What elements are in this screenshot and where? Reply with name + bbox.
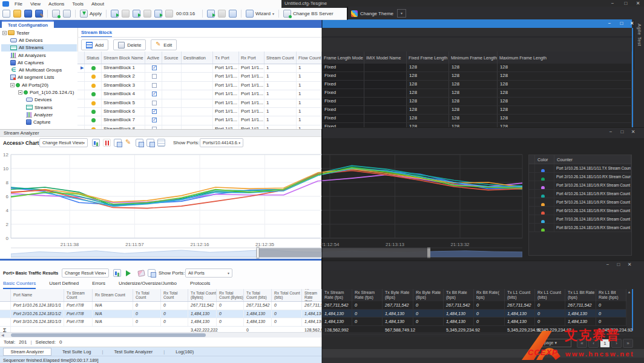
tree-item-all-devices[interactable]: All Devices	[1, 36, 77, 44]
agile-test-tab[interactable]: Agile Test	[634, 20, 644, 70]
edit-button[interactable]: Edit	[151, 39, 177, 50]
tab-protocols[interactable]: Protocols	[190, 281, 210, 289]
clear-icon[interactable]	[137, 270, 145, 277]
tree-item-analyzer[interactable]: Analyzer	[1, 111, 77, 118]
pause-icon[interactable]	[103, 139, 111, 147]
frame-table-row[interactable]: Fixed128128128	[322, 72, 632, 81]
active-checkbox[interactable]	[152, 92, 157, 96]
stream-block-row[interactable]: StreamBlock 5Port 1//1...Port 1//1...11	[77, 99, 322, 108]
ports-dropdown[interactable]: Ports//10.44143.6...▾	[200, 138, 243, 147]
scroll-left-icon[interactable]: ◀	[1, 333, 4, 338]
traffic-row[interactable]: Port 3//10.26.124.181/1/3Port //7/8N/A00…	[0, 318, 322, 327]
prev-page-button[interactable]: ‹	[588, 339, 599, 348]
range-handle[interactable]	[427, 247, 430, 258]
range-handle[interactable]	[257, 247, 259, 258]
tree-item-all-analyzers[interactable]: All Analyzers	[1, 52, 77, 59]
tab-errors[interactable]: Errors	[92, 281, 105, 289]
delete-button[interactable]: Delete	[113, 39, 146, 50]
stream-block-row[interactable]: StreamBlock 2Port 1//1...Port 1//1...11	[77, 73, 322, 81]
menu-about[interactable]: About	[91, 1, 104, 7]
result-views-dropdown[interactable]: Change Result Views▾	[39, 138, 88, 147]
menu-view[interactable]: View	[30, 1, 41, 7]
traffic-ports-dropdown[interactable]: All Ports▾	[185, 268, 232, 278]
tree-item-all-segment-lists[interactable]: All segment Lists	[1, 74, 77, 81]
panel-minimize-icon[interactable]: −	[606, 21, 613, 26]
tree-item-all-ports-20-[interactable]: All Ports(20)	[1, 81, 77, 88]
traffic-row[interactable]: Port 1//10.26.124.181/1/1Port //7/8N/A00…	[0, 302, 322, 310]
active-checkbox[interactable]	[152, 118, 157, 122]
active-checkbox[interactable]	[152, 101, 157, 105]
menu-tools[interactable]: Tools	[72, 1, 84, 7]
bottom-tab-log-160-[interactable]: Log(160)	[176, 349, 194, 355]
results-minimize-icon[interactable]: −	[604, 262, 611, 267]
expander-icon[interactable]	[10, 83, 15, 87]
export-icon[interactable]	[114, 139, 122, 147]
first-page-button[interactable]: «	[577, 339, 587, 348]
tree-item-capture[interactable]: Capture	[1, 119, 77, 126]
page-size-dropdown[interactable]: /page ▾	[540, 339, 571, 347]
results-restore-icon[interactable]: □	[615, 262, 622, 267]
panel-restore-icon[interactable]: □	[618, 21, 625, 26]
frame-table-row[interactable]: Fixed128128128	[322, 115, 632, 123]
frame-table-row[interactable]: Fixed128128128	[322, 81, 632, 89]
scroll-up-icon[interactable]: ▲	[626, 290, 632, 296]
chart-settings-icon[interactable]	[92, 139, 100, 147]
tab-usert-defined[interactable]: Usert Defined	[49, 281, 79, 289]
next-page-button[interactable]: ›	[611, 339, 622, 348]
add-button[interactable]: Add	[81, 39, 108, 50]
active-checkbox[interactable]	[152, 109, 157, 114]
active-checkbox[interactable]	[152, 74, 157, 79]
stream-block-row[interactable]: StreamBlock 3Port 1//1...Port 1//1...11	[77, 82, 322, 90]
analyzer-close-icon[interactable]: ✕	[629, 129, 637, 135]
bottom-tab-stream-analyzer[interactable]: Stream Analyzer	[3, 348, 51, 356]
rate-row[interactable]: 1,484,13001,484,13001,484,13001,484,1300…	[322, 318, 626, 326]
stream-block-row[interactable]: StreamBlock 6Port 1//1...Port 1//1...11	[77, 108, 322, 116]
traffic-export-icon[interactable]	[148, 269, 156, 277]
traffic-views-dropdown[interactable]: Change Result Views▾	[62, 268, 109, 278]
grid-view-icon[interactable]	[157, 139, 165, 147]
change-theme-button[interactable]: Change Theme	[351, 9, 393, 18]
last-page-button[interactable]: »	[623, 339, 633, 348]
stream-block-row[interactable]: StreamBlock 7Port 1//1...Port 1//1...11	[77, 116, 322, 125]
scrollbar-thumb[interactable]	[11, 333, 206, 337]
rate-row[interactable]: 267,711,5420267,711,5420267,711,5420267,…	[322, 301, 626, 310]
tree-item-streams[interactable]: Streams	[1, 104, 77, 111]
edit-icon[interactable]	[125, 139, 133, 147]
stream-block-row[interactable]: StreamBlock 4Port 1//1...Port 1//1...11	[77, 90, 322, 99]
rate-row[interactable]: 1,484,13001,484,13001,484,13001,484,1300…	[322, 310, 626, 318]
change-theme-dropdown[interactable]: ▾	[397, 9, 406, 18]
menu-file[interactable]: File	[15, 1, 22, 7]
stream-block-row[interactable]: ▶StreamBlock 1Port 1//1...Port 1//1...11	[77, 64, 322, 73]
copy-image-icon[interactable]	[146, 139, 154, 147]
tree-item-all-multicast-groups[interactable]: ∈All Multicast Groups	[1, 66, 77, 73]
play-icon[interactable]	[124, 269, 132, 277]
frame-table-row[interactable]: Fixed128128128	[322, 64, 632, 72]
window-close-icon[interactable]: ✕	[634, 1, 642, 6]
analyzer-minimize-icon[interactable]: −	[607, 129, 614, 135]
tree-item-devices[interactable]: Devices	[1, 96, 77, 104]
window-minimize-icon[interactable]: −	[609, 1, 616, 6]
bottom-tab-test-suite-log[interactable]: Test Suite Log	[62, 349, 91, 355]
tree-item-port-1-10-26-124-1-[interactable]: Port_1(10.26.124./1)	[1, 88, 77, 96]
frame-table-row[interactable]: Fixed128128128	[322, 98, 632, 106]
tab-undersize-oversize-jumbo[interactable]: Undersize/Oversize/Jumbo	[119, 281, 177, 289]
traffic-chart-icon[interactable]	[113, 269, 121, 277]
bottom-tab-test-suite-analyzer[interactable]: Test Suite Analyzer	[114, 349, 153, 355]
menu-actions[interactable]: Actions	[48, 1, 64, 7]
traffic-row[interactable]: Port 2//10.26.124.181/1/2Port //7/8N/A00…	[0, 310, 322, 319]
expander-icon[interactable]	[18, 90, 22, 95]
expander-icon[interactable]	[2, 31, 7, 35]
tab-basic-counters[interactable]: Basic Counters	[3, 281, 36, 289]
current-page-button[interactable]: 1	[600, 339, 610, 348]
results-close-icon[interactable]: ✕	[626, 262, 633, 267]
copy-icon[interactable]	[136, 139, 143, 147]
tree-item-tester[interactable]: Tester	[1, 29, 77, 36]
analyzer-restore-icon[interactable]: □	[619, 129, 626, 135]
frame-table-row[interactable]: Fixed128128128	[322, 89, 632, 98]
window-restore-icon[interactable]: □	[622, 1, 629, 6]
active-checkbox[interactable]	[152, 83, 157, 88]
frame-table-row[interactable]: Fixed128128128	[322, 106, 632, 115]
tab-test-configuration[interactable]: Test Configuration	[2, 21, 54, 28]
tree-item-all-captures[interactable]: All Captures	[1, 59, 77, 66]
tree-item-all-streams[interactable]: All Streams	[1, 44, 77, 52]
